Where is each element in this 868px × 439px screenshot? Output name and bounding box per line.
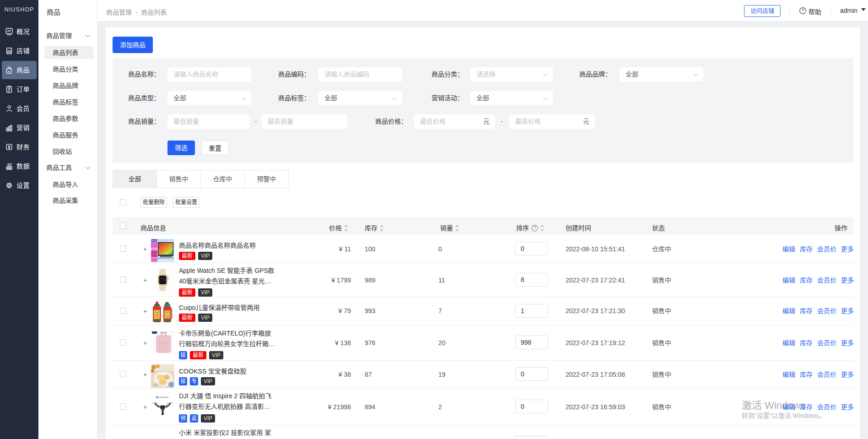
svg-text:?: ? (534, 226, 536, 231)
svg-text:?: ? (802, 8, 804, 13)
svg-text:Haier: Haier (152, 239, 156, 242)
svg-text:2722: 2722 (151, 247, 158, 250)
